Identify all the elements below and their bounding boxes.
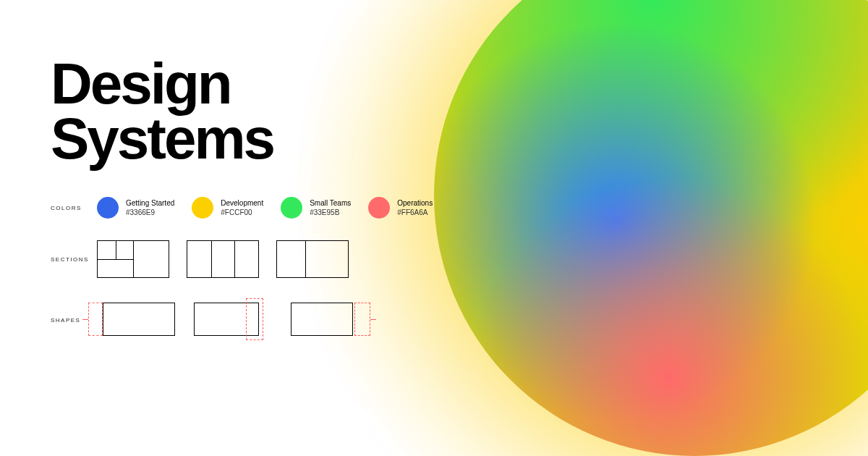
swatch-operations: Operations #FF6A6A — [368, 197, 433, 219]
swatch-name: Getting Started — [126, 198, 174, 208]
shape-icon — [194, 300, 272, 340]
swatch-text: Development #FCCF00 — [221, 198, 263, 218]
swatch-hex: #33E95B — [310, 208, 351, 218]
swatch-text: Small Teams #33E95B — [310, 198, 351, 218]
shapes-wireframes — [97, 300, 369, 340]
sections-wireframes — [97, 240, 349, 278]
design-systems-card: Design Systems COLORS Getting Started #3… — [0, 0, 868, 456]
swatch-hex: #FCCF00 — [221, 208, 263, 218]
swatch-name: Development — [221, 198, 263, 208]
swatch-development: Development #FCCF00 — [192, 197, 263, 219]
title-line-2: Systems — [51, 106, 273, 171]
swatch-name: Small Teams — [310, 198, 351, 208]
wireframe-icon — [97, 240, 169, 278]
dot-icon — [368, 197, 390, 219]
page-title: Design Systems — [51, 56, 485, 166]
swatch-list: Getting Started #3366E9 Development #FCC… — [97, 197, 433, 219]
dot-icon — [97, 197, 119, 219]
colors-label: COLORS — [51, 205, 97, 211]
swatch-small-teams: Small Teams #33E95B — [281, 197, 351, 219]
dot-icon — [192, 197, 213, 219]
swatch-text: Getting Started #3366E9 — [126, 198, 174, 218]
sections-label: SECTIONS — [51, 256, 97, 263]
swatch-hex: #3366E9 — [126, 208, 174, 218]
dot-icon — [281, 197, 302, 219]
content-column: Design Systems COLORS Getting Started #3… — [51, 56, 485, 340]
colors-row: COLORS Getting Started #3366E9 Developme… — [51, 197, 485, 219]
shape-icon — [97, 300, 175, 340]
wireframe-icon — [276, 240, 349, 278]
shape-icon — [291, 300, 369, 340]
wireframe-icon — [187, 240, 259, 278]
shapes-row: SHAPES — [51, 300, 485, 340]
swatch-hex: #FF6A6A — [397, 208, 433, 218]
swatch-name: Operations — [397, 198, 433, 208]
sections-row: SECTIONS — [51, 240, 485, 278]
gradient-sphere — [434, 0, 868, 456]
swatch-text: Operations #FF6A6A — [397, 198, 433, 218]
swatch-getting-started: Getting Started #3366E9 — [97, 197, 174, 219]
